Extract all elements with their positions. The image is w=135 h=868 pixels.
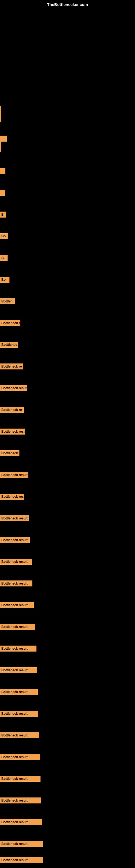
bottleneck-bar-5: B (0, 255, 8, 261)
bottleneck-bar-9: Botttlenec (0, 342, 18, 348)
v-bar-0 (0, 106, 1, 122)
bottleneck-bar-24: Bottleneck result (0, 667, 37, 673)
bottleneck-bar-27: Bottleneck result (0, 733, 39, 738)
bottleneck-bar-17: Bottleneck result (0, 516, 29, 521)
bottleneck-bar-10: Bottleneck re (0, 364, 23, 369)
bottleneck-bar-31: Bottleneck result (0, 819, 42, 825)
bottleneck-bar-29: Bottleneck result (0, 776, 41, 782)
bottleneck-bar-25: Bottleneck result (0, 689, 38, 695)
bottleneck-bar-0 (0, 135, 7, 142)
bottleneck-bar-18: Bottleneck result (0, 537, 30, 543)
bottleneck-bar-14: Bottleneck (0, 450, 19, 456)
site-title: TheBottlenecker.com (47, 2, 88, 7)
bottleneck-bar-20: Bottleneck result (0, 581, 32, 586)
bottleneck-bar-8: Bottleneck r (0, 320, 20, 326)
bottleneck-bar-28: Bottleneck result (0, 754, 40, 760)
bottleneck-bar-4: Bo (0, 233, 8, 239)
bottleneck-bar-12: Bottleneck re (0, 407, 24, 413)
bottleneck-bar-1 (0, 168, 5, 174)
v-bar-1 (0, 141, 1, 152)
bottleneck-bar-2 (0, 190, 5, 196)
bottleneck-bar-11: Bottleneck result (0, 385, 27, 391)
bottleneck-bar-3: B (0, 212, 6, 218)
bottleneck-bar-30: Bottleneck result (0, 798, 41, 803)
bottleneck-bar-21: Bottleneck result (0, 602, 34, 608)
bottleneck-bar-7: Bottlen (0, 299, 15, 304)
bottleneck-bar-32: Bottleneck result (0, 841, 43, 847)
bottleneck-bar-6: Bo (0, 277, 9, 283)
bottleneck-bar-22: Bottleneck result (0, 624, 35, 630)
bottleneck-bar-33: Bottleneck result (0, 857, 43, 863)
bottleneck-bar-23: Bottleneck result (0, 646, 37, 652)
bottleneck-bar-13: Bottleneck resi (0, 429, 25, 435)
bottleneck-bar-26: Bottleneck result (0, 711, 38, 717)
bottleneck-bar-15: Bottleneck result (0, 472, 28, 478)
bottleneck-bar-19: Bottleneck result (0, 559, 32, 565)
bottleneck-bar-16: Bottleneck res (0, 494, 24, 500)
